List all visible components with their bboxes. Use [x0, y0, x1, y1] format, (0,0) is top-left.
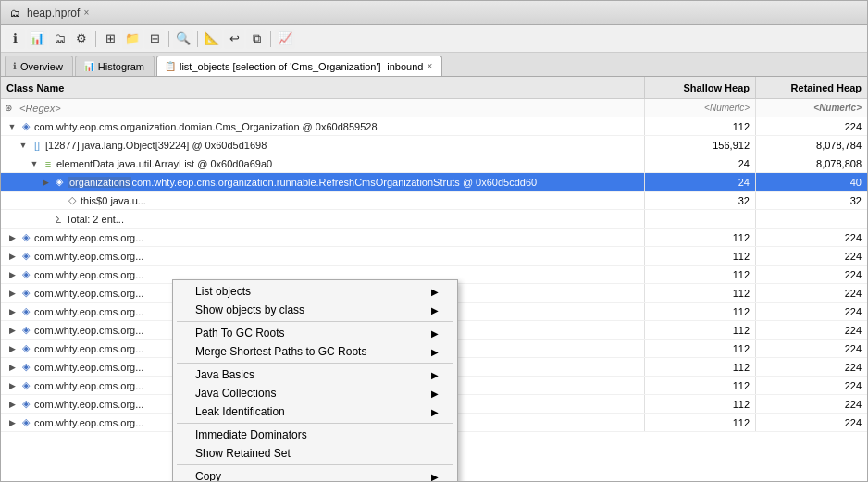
- tab-histogram[interactable]: 📊 Histogram: [75, 56, 155, 76]
- tab-list-objects-close[interactable]: ×: [427, 61, 432, 71]
- list-icon: ≡: [42, 157, 55, 170]
- menu-sep4: [177, 464, 453, 465]
- cell-retained: 224: [756, 340, 867, 357]
- table-row[interactable]: ▶◈com.whty.eop.cms.org...112224: [1, 247, 867, 266]
- expand-icon[interactable]: ▶: [6, 417, 18, 428]
- regex-input[interactable]: [16, 103, 642, 114]
- toolbar-gear-btn[interactable]: ⚙: [71, 29, 92, 49]
- toolbar-file-btn[interactable]: 📁: [122, 29, 143, 49]
- obj-icon: ◈: [19, 398, 32, 411]
- cell-shallow: 112: [645, 247, 756, 265]
- tab-list-objects-label: list_objects [selection of 'Cms_Organiza…: [180, 61, 423, 72]
- expand-icon[interactable]: ▼: [6, 121, 18, 132]
- menu-leak-identification[interactable]: Leak Identification ▶: [173, 402, 457, 421]
- toolbar-chart-btn[interactable]: 📊: [27, 29, 47, 49]
- tab-overview[interactable]: ℹ Overview: [5, 56, 73, 76]
- row-text: com.whty.eop.cms.org...: [34, 232, 143, 243]
- expand-icon[interactable]: ▶: [6, 362, 18, 373]
- sub-numeric-shallow: <Numeric>: [645, 99, 756, 117]
- obj-icon: ◈: [19, 379, 32, 392]
- cell-shallow: 112: [645, 414, 756, 431]
- title-close-button[interactable]: ×: [83, 7, 89, 18]
- toolbar-back-btn[interactable]: ↩: [224, 29, 244, 49]
- menu-show-objects-by-class[interactable]: Show objects by class ▶: [173, 301, 457, 319]
- sub-numeric-retained-label: <Numeric>: [813, 103, 862, 113]
- expand-icon[interactable]: ▼: [18, 140, 29, 151]
- toolbar-info-btn[interactable]: ℹ: [5, 29, 25, 49]
- table-row[interactable]: ▼ [] [12877] java.lang.Object[39224] @ 0…: [1, 136, 867, 154]
- tab-histogram-label: Histogram: [98, 61, 144, 72]
- toolbar-grid-btn[interactable]: ⊞: [100, 29, 120, 49]
- menu-path-to-gc-roots[interactable]: Path To GC Roots ▶: [173, 324, 457, 342]
- toolbar-grid2-btn[interactable]: ⊟: [144, 29, 165, 49]
- cell-shallow: 112: [645, 340, 756, 357]
- menu-label: Path To GC Roots: [195, 327, 285, 340]
- cell-shallow: 112: [645, 303, 756, 320]
- cell-retained: 224: [756, 358, 867, 376]
- toolbar-folder-btn[interactable]: 🗂: [49, 29, 69, 49]
- menu-label: Merge Shortest Paths to GC Roots: [195, 345, 366, 358]
- tab-list-objects[interactable]: 📋 list_objects [selection of 'Cms_Organi…: [156, 56, 442, 76]
- sub-numeric-retained: <Numeric>: [756, 99, 867, 117]
- menu-immediate-dominators[interactable]: Immediate Dominators: [173, 426, 457, 444]
- toolbar-stats-btn[interactable]: 📈: [275, 29, 295, 49]
- table-row[interactable]: ▼ ◈ com.whty.eop.cms.organization.domian…: [1, 117, 867, 136]
- expand-icon[interactable]: ▶: [6, 399, 18, 410]
- cell-shallow: 112: [645, 377, 756, 394]
- table-row[interactable]: ▶ ◇ this$0 java.u... 32 32: [1, 192, 867, 210]
- expand-icon[interactable]: ▶: [6, 343, 18, 354]
- col-class-label: Class Name: [6, 82, 64, 93]
- cell-shallow: 112: [645, 395, 756, 413]
- cell-retained: 32: [756, 192, 867, 209]
- cell-retained: 224: [756, 247, 867, 265]
- row-text: this$0 java.u...: [81, 195, 146, 206]
- menu-java-basics[interactable]: Java Basics ▶: [173, 365, 457, 384]
- table-header: Class Name Shallow Heap Retained Heap: [1, 77, 867, 99]
- menu-merge-shortest-paths[interactable]: Merge Shortest Paths to GC Roots ▶: [173, 342, 457, 361]
- toolbar-window-btn[interactable]: ⧉: [246, 29, 267, 49]
- submenu-arrow: ▶: [431, 472, 439, 482]
- expand-icon[interactable]: ▶: [6, 269, 18, 280]
- menu-label: Java Basics: [195, 368, 254, 381]
- table-row[interactable]: ▶◈com.whty.eop.cms.org...112224: [1, 229, 867, 247]
- cell-retained: [756, 210, 867, 228]
- cell-retained: 224: [756, 117, 867, 135]
- expand-icon[interactable]: ▶: [6, 325, 18, 336]
- expand-icon[interactable]: ▶: [6, 380, 18, 391]
- cell-shallow: 112: [645, 321, 756, 339]
- menu-list-objects[interactable]: List objects ▶: [173, 282, 457, 301]
- menu-label: Copy: [195, 470, 221, 481]
- submenu-arrow: ▶: [431, 287, 439, 297]
- expand-icon[interactable]: ▶: [40, 177, 51, 188]
- total-text: Total: 2 ent...: [66, 214, 124, 225]
- cell-retained: 224: [756, 229, 867, 246]
- expand-icon[interactable]: ▶: [6, 288, 18, 299]
- sub-numeric-shallow-label: <Numeric>: [704, 103, 750, 113]
- expand-icon[interactable]: ▶: [6, 306, 18, 317]
- row-text: com.whty.eop.cms.org...: [34, 343, 143, 354]
- sub-numeric-row: ⊛ <Numeric> <Numeric>: [1, 99, 867, 117]
- row-text: com.whty.eop.cms.org...: [34, 306, 143, 317]
- obj-icon: ◈: [19, 416, 32, 429]
- toolbar-scale-btn[interactable]: 📐: [202, 29, 222, 49]
- menu-show-retained-set[interactable]: Show Retained Set: [173, 444, 457, 463]
- obj-icon: ◈: [19, 305, 32, 318]
- menu-sep3: [177, 423, 453, 424]
- cell-retained: 8,078,808: [756, 154, 867, 172]
- row-text: com.whty.eop.cms.org...: [34, 399, 143, 410]
- submenu-arrow: ▶: [431, 370, 439, 380]
- table-row[interactable]: Σ Total: 2 ent...: [1, 210, 867, 229]
- selected-table-row[interactable]: ▶ ◈ organizations com.whty.eop.cms.organ…: [1, 173, 867, 192]
- obj-icon: ◈: [19, 268, 32, 281]
- menu-java-collections[interactable]: Java Collections ▶: [173, 384, 457, 402]
- expand-icon[interactable]: ▶: [6, 232, 18, 243]
- menu-copy[interactable]: Copy ▶: [173, 467, 457, 481]
- table-row[interactable]: ▼ ≡ elementData java.util.ArrayList @ 0x…: [1, 154, 867, 173]
- submenu-arrow: ▶: [431, 328, 439, 339]
- row-text: com.whty.eop.cms.org...: [34, 417, 143, 428]
- expand-icon[interactable]: ▼: [29, 158, 40, 169]
- submenu-arrow: ▶: [431, 347, 439, 357]
- expand-icon[interactable]: ▶: [6, 251, 18, 262]
- toolbar-search-btn[interactable]: 🔍: [173, 29, 193, 49]
- cell-retained: 224: [756, 303, 867, 320]
